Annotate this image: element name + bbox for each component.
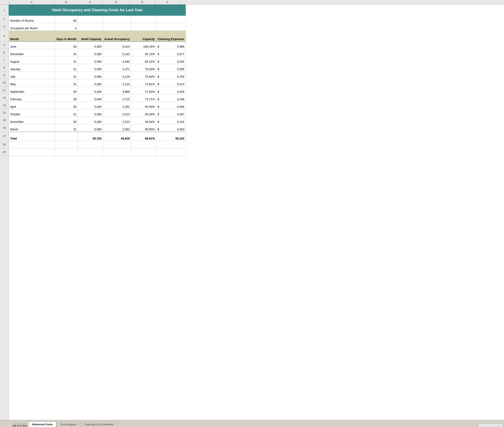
cell-days: 31 [55,64,78,72]
cell-capacity: 100.24% [131,42,156,49]
cell-hotel-cap: 5,580 [78,49,103,57]
tab-cleaning-cost-estimates[interactable]: Cleaning Cost Estimates [80,422,117,427]
total-actual-occ: 45,928 [103,132,131,141]
cell-actual-occ: 2,513 [103,109,131,117]
row-num-8: 8 [0,64,8,71]
cell-actual-occ: 3,715 [103,94,131,102]
data-table: Hotel Occupancy and Cleaning Costs for L… [9,5,186,156]
data-row-16: March315,5802,06236.95%$4,053 [9,124,186,132]
cell-month: November [9,117,55,124]
cell-cleaning: $5,542 [156,57,186,64]
cell-capacity: 75.60% [131,72,156,79]
row-num-10: 10 [0,79,8,86]
col-header-a: A [9,0,55,4]
cell-actual-occ: 4,371 [103,64,131,72]
cell-days: 31 [55,72,78,79]
cell-month: August [9,57,55,64]
cell-hotel-cap: 5,580 [78,79,103,87]
column-labels-row: MonthDays in MonthHotel CapacityActual O… [9,31,186,42]
cell-capacity: 92.15% [131,49,156,57]
occupants-value: 4 [55,23,78,31]
tabs-container: Historical CostsCost AnalysisCleaning Co… [28,421,118,427]
total-hotel-cap: 65,700 [78,132,103,141]
cell-actual-occ: 4,124 [103,79,131,87]
cell-capacity: 62.05% [131,102,156,109]
rooms-value: 45 [55,16,78,23]
actual-occ-header: Actual Occupancy [103,31,131,42]
cell-month: October [9,109,55,117]
cell-days: 28 [55,94,78,102]
main-table-wrapper[interactable]: Hotel Occupancy and Cleaning Costs for L… [9,5,504,420]
cell-hotel-cap: 5,400 [78,102,103,109]
data-row-10: May315,5804,12473.91%$5,413 [9,79,186,87]
cell-month: May [9,79,55,87]
cell-month: June [9,42,55,49]
col-header-b: B [55,0,78,4]
rooms-label: Number of Rooms [9,16,55,23]
cell-days: 31 [55,49,78,57]
row-numbers: 12345678910111213141516171819 [0,5,9,420]
tab-nav-first[interactable]: ◀◀ [13,424,16,427]
cell-cleaning: $4,426 [156,87,186,94]
total-blank [55,132,78,141]
tab-nav: ◀◀ ◀ ▶ ▶▶ [13,424,27,427]
title-row: Hotel Occupancy and Cleaning Costs for L… [9,5,186,16]
row-num-16: 16 [0,124,8,132]
cell-cleaning: $5,986 [156,42,186,49]
corner-cell [0,0,9,4]
cell-hotel-cap: 5,040 [78,94,103,102]
row-num-18: 18 [0,141,8,148]
spreadsheet: ABCDEF 12345678910111213141516171819 Hot… [0,0,504,427]
cell-hotel-cap: 5,580 [78,64,103,72]
cell-actual-occ: 5,142 [103,49,131,57]
cell-hotel-cap: 5,580 [78,109,103,117]
row-num-12: 12 [0,94,8,101]
cell-month: January [9,64,55,72]
tab-nav-prev[interactable]: ◀ [16,424,19,427]
empty-row-18 [9,141,186,149]
data-row-7: August315,5804,64083.15%$5,542 [9,57,186,64]
tab-bar-right [478,424,504,427]
cell-hotel-cap: 5,400 [78,42,103,49]
cell-actual-occ: 3,866 [103,87,131,94]
row-num-5: 5 [0,41,8,49]
row-num-19: 19 [0,148,8,156]
cell-hotel-cap: 5,580 [78,57,103,64]
tab-historical-costs[interactable]: Historical Costs [28,422,56,427]
cell-cleaning: $4,246 [156,94,186,102]
row-num-11: 11 [0,86,8,94]
cell-days: 30 [55,102,78,109]
tab-cost-analysis[interactable]: Cost Analysis [57,422,80,427]
cell-days: 31 [55,79,78,87]
cell-month: July [9,72,55,79]
data-row-6: December315,5805,14292.15%$5,877 [9,49,186,57]
cell-cleaning: $5,413 [156,79,186,87]
tab-nav-last[interactable]: ▶▶ [23,424,27,427]
cell-days: 31 [55,124,78,132]
grid-area: 12345678910111213141516171819 Hotel Occu… [0,5,504,420]
empty-row-19 [9,149,186,156]
tab-nav-next[interactable]: ▶ [20,424,23,427]
cell-cleaning: $5,259 [156,72,186,79]
month-header: Month [9,31,55,42]
cell-capacity: 46.54% [131,117,156,124]
row-num-2: 2 [0,15,8,23]
data-row-9: July315,5804,21975.60%$5,259 [9,72,186,79]
cell-actual-occ: 4,219 [103,72,131,79]
horizontal-scrollbar[interactable] [478,424,503,427]
cell-capacity: 78.33% [131,64,156,72]
cell-actual-occ: 4,640 [103,57,131,64]
rooms-row: Number of Rooms45 [9,16,186,23]
row-num-4: 4 [0,30,8,41]
cell-capacity: 73.71% [131,94,156,102]
cell-capacity: 45.04% [131,109,156,117]
data-row-12: February285,0403,71573.71%$4,246 [9,94,186,102]
row-num-15: 15 [0,117,8,124]
col-header-c: C [78,0,103,4]
row-num-13: 13 [0,101,8,109]
data-row-13: April305,4003,35162.05%$4,566 [9,102,186,109]
cell-capacity: 83.15% [131,57,156,64]
cell-actual-occ: 3,351 [103,102,131,109]
tab-bar: ◀◀ ◀ ▶ ▶▶ Historical CostsCost AnalysisC… [0,420,504,427]
cell-actual-occ: 5,413 [103,42,131,49]
